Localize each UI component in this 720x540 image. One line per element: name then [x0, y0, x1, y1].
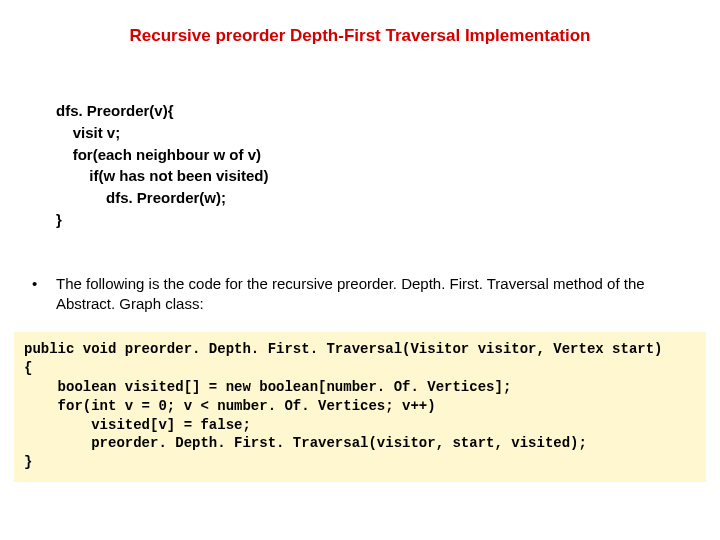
code-block: public void preorder. Depth. First. Trav… [24, 340, 696, 472]
page-title: Recursive preorder Depth-First Traversal… [0, 26, 720, 46]
slide: Recursive preorder Depth-First Traversal… [0, 0, 720, 540]
code-box: public void preorder. Depth. First. Trav… [14, 332, 706, 482]
pseudocode-block: dfs. Preorder(v){ visit v; for(each neig… [56, 100, 269, 231]
bullet-mark: • [32, 274, 56, 315]
bullet-text: The following is the code for the recurs… [56, 274, 690, 315]
bullet-item: • The following is the code for the recu… [32, 274, 690, 315]
